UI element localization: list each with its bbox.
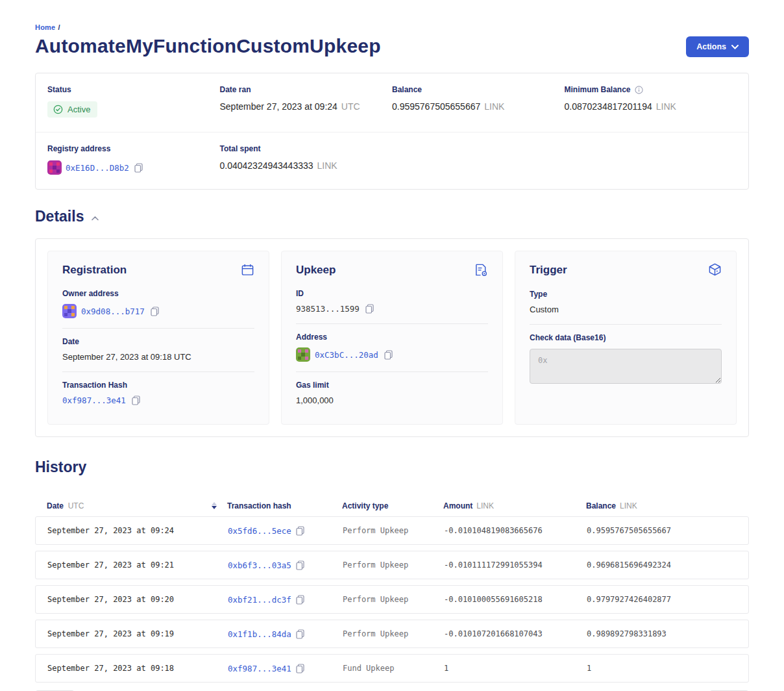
copy-icon[interactable] bbox=[134, 163, 143, 173]
trigger-card: Trigger Type Custom Check data (Base16) bbox=[515, 251, 737, 425]
upkeep-address-label: Address bbox=[296, 333, 488, 342]
transaction-hash-field: Transaction Hash 0xf987...3e41 bbox=[62, 371, 254, 415]
row-hash-link[interactable]: 0x1f1b...84da bbox=[228, 629, 291, 639]
registry-address-label: Registry address bbox=[47, 144, 220, 153]
check-data-label: Check data (Base16) bbox=[530, 333, 722, 342]
registration-title: Registration bbox=[62, 264, 127, 277]
col-hash-label: Transaction hash bbox=[227, 501, 291, 510]
row-date: September 27, 2023 at 09:18 bbox=[47, 664, 228, 673]
total-spent-value: 0.04042324943443333 bbox=[220, 160, 313, 171]
copy-icon[interactable] bbox=[296, 560, 304, 570]
upkeep-card: Upkeep ID 938513...1599 Address bbox=[281, 251, 503, 425]
row-date: September 27, 2023 at 09:24 bbox=[47, 526, 228, 535]
breadcrumb-home-link[interactable]: Home bbox=[35, 23, 55, 31]
balance-value: 0.9595767505655667 bbox=[392, 101, 480, 112]
balance-label: Balance bbox=[392, 85, 565, 94]
info-icon[interactable] bbox=[635, 86, 643, 94]
copy-icon[interactable] bbox=[132, 396, 140, 405]
total-spent-field: Total spent 0.04042324943443333 LINK bbox=[220, 144, 393, 175]
balance-unit: LINK bbox=[484, 101, 504, 112]
registration-date-label: Date bbox=[62, 337, 254, 346]
transaction-hash-label: Transaction Hash bbox=[62, 381, 254, 390]
owner-address-field: Owner address 0x9d08...b717 bbox=[62, 281, 254, 328]
row-activity: Perform Upkeep bbox=[343, 560, 444, 570]
date-ran-field: Date ran September 27, 2023 at 09:24 UTC bbox=[220, 85, 393, 118]
row-balance: 0.989892798331893 bbox=[587, 629, 748, 638]
table-row: September 27, 2023 at 09:18 0xf987...3e4… bbox=[35, 654, 749, 683]
date-ran-unit: UTC bbox=[341, 101, 360, 112]
check-data-field: Check data (Base16) bbox=[530, 324, 722, 396]
min-balance-value: 0.0870234817201194 bbox=[565, 101, 652, 112]
col-date-unit: UTC bbox=[68, 501, 84, 510]
breadcrumb-separator: / bbox=[58, 23, 60, 31]
gas-limit-label: Gas limit bbox=[296, 381, 488, 390]
actions-button[interactable]: Actions bbox=[686, 36, 749, 57]
history-heading: History bbox=[35, 459, 86, 476]
copy-icon[interactable] bbox=[151, 307, 159, 316]
min-balance-label: Minimum Balance bbox=[565, 85, 631, 94]
copy-icon[interactable] bbox=[365, 304, 374, 314]
min-balance-unit: LINK bbox=[656, 101, 676, 112]
row-amount: -0.010100055691605218 bbox=[444, 595, 587, 604]
table-row: September 27, 2023 at 09:19 0x1f1b...84d… bbox=[35, 620, 749, 648]
col-amount-unit: LINK bbox=[476, 501, 494, 510]
row-activity: Fund Upkeep bbox=[343, 664, 444, 673]
row-hash-link[interactable]: 0xf987...3e41 bbox=[228, 664, 291, 673]
table-row: September 27, 2023 at 09:24 0x5fd6...5ec… bbox=[35, 516, 749, 545]
col-balance-unit: LINK bbox=[620, 501, 637, 510]
total-spent-label: Total spent bbox=[220, 144, 393, 153]
table-row: September 27, 2023 at 09:20 0xbf21...dc3… bbox=[35, 585, 749, 614]
gas-limit-field: Gas limit 1,000,000 bbox=[296, 371, 488, 415]
gas-limit-value: 1,000,000 bbox=[296, 396, 488, 405]
row-hash-link[interactable]: 0xb6f3...03a5 bbox=[228, 560, 291, 570]
row-amount: -0.010104819083665676 bbox=[444, 526, 587, 535]
row-balance: 1 bbox=[587, 664, 748, 673]
row-balance: 0.9696815696492324 bbox=[587, 560, 748, 570]
upkeep-address-field: Address 0xC3bC...20ad bbox=[296, 323, 488, 371]
transaction-hash-link[interactable]: 0xf987...3e41 bbox=[62, 396, 126, 405]
copy-icon[interactable] bbox=[384, 350, 393, 360]
page: Home/ AutomateMyFunctionCustomUpkeep Act… bbox=[0, 0, 784, 691]
row-amount: -0.010107201668107043 bbox=[444, 629, 587, 638]
total-spent-unit: LINK bbox=[317, 160, 337, 171]
details-collapse-chevron-up-icon[interactable] bbox=[90, 215, 100, 222]
owner-identicon bbox=[62, 304, 77, 318]
col-amount-label: Amount bbox=[443, 501, 472, 510]
col-balance-label: Balance bbox=[586, 501, 616, 510]
upkeep-address-link[interactable]: 0xC3bC...20ad bbox=[315, 350, 378, 360]
chevron-down-icon bbox=[731, 45, 739, 49]
copy-icon[interactable] bbox=[296, 629, 304, 639]
copy-icon[interactable] bbox=[296, 595, 304, 605]
summary-card: Status Active Date ran September 27, 202… bbox=[35, 73, 749, 190]
check-data-input[interactable] bbox=[530, 349, 722, 384]
copy-icon[interactable] bbox=[296, 526, 304, 536]
col-date-label: Date bbox=[47, 501, 64, 510]
row-hash-link[interactable]: 0xbf21...dc3f bbox=[228, 595, 291, 605]
date-ran-label: Date ran bbox=[220, 85, 393, 94]
date-ran-value: September 27, 2023 at 09:24 bbox=[220, 101, 337, 112]
status-badge: Active bbox=[47, 101, 97, 118]
upkeep-id-field: ID 938513...1599 bbox=[296, 281, 488, 323]
row-activity: Perform Upkeep bbox=[343, 629, 444, 638]
status-field: Status Active bbox=[47, 85, 220, 118]
owner-address-link[interactable]: 0x9d08...b717 bbox=[81, 307, 145, 316]
details-panel: Registration Owner address 0x9d08...b717 bbox=[35, 238, 749, 437]
sort-icon[interactable] bbox=[210, 501, 218, 510]
row-hash-link[interactable]: 0x5fd6...5ece bbox=[228, 526, 291, 536]
row-amount: -0.010111172991055394 bbox=[444, 560, 587, 570]
row-balance: 0.9797927426402877 bbox=[587, 595, 748, 604]
actions-button-label: Actions bbox=[696, 42, 726, 51]
table-row: September 27, 2023 at 09:21 0xb6f3...03a… bbox=[35, 551, 749, 579]
row-date: September 27, 2023 at 09:21 bbox=[47, 560, 228, 570]
document-gear-icon bbox=[474, 263, 488, 277]
status-value: Active bbox=[67, 105, 90, 114]
page-title: AutomateMyFunctionCustomUpkeep bbox=[35, 35, 381, 57]
row-balance: 0.9595767505655667 bbox=[587, 526, 748, 535]
cube-icon bbox=[708, 263, 722, 277]
registry-address-link[interactable]: 0xE16D...D8b2 bbox=[66, 163, 129, 173]
trigger-type-value: Custom bbox=[530, 305, 722, 314]
row-activity: Perform Upkeep bbox=[343, 526, 444, 535]
copy-icon[interactable] bbox=[296, 664, 304, 673]
min-balance-field: Minimum Balance 0.0870234817201194 LINK bbox=[565, 85, 737, 118]
upkeep-id-label: ID bbox=[296, 289, 488, 298]
